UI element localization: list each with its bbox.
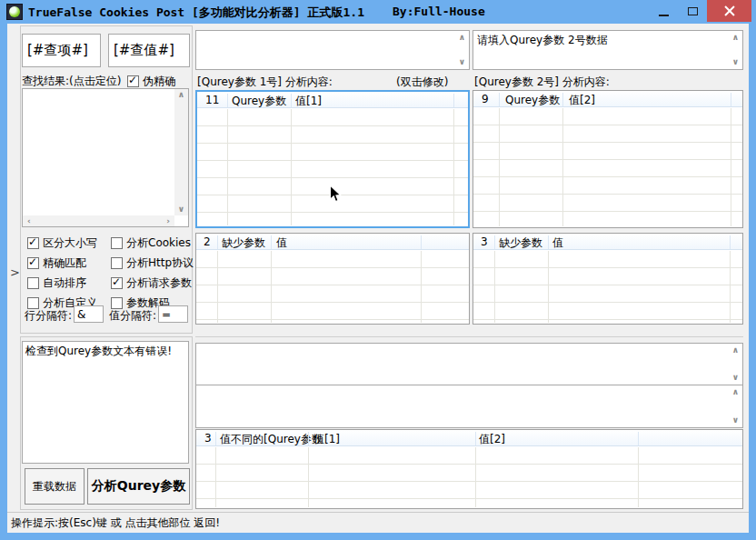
list-grid xyxy=(473,251,742,324)
list-missing1-header[interactable]: 2 缺少参数 值 xyxy=(196,234,469,250)
check-icon: ✓ xyxy=(112,275,121,288)
title-bar[interactable]: TrueFalse Cookies Post [多功能对比分析器] 正式版1.1… xyxy=(0,0,756,24)
line-separator-input[interactable] xyxy=(74,305,104,323)
scroll-down-icon[interactable]: ∨ xyxy=(732,416,739,425)
result1-textarea[interactable] xyxy=(196,344,742,385)
param-column: Qurey参数 xyxy=(232,94,286,109)
minimize-icon xyxy=(659,15,669,16)
query1-textarea[interactable] xyxy=(196,31,469,69)
maximize-icon xyxy=(688,7,698,15)
count-column: 11 xyxy=(205,94,219,106)
close-button[interactable] xyxy=(707,0,751,22)
check-icon: ✓ xyxy=(28,235,37,248)
param-column: 缺少参数 xyxy=(499,235,542,251)
count-column: 2 xyxy=(204,235,211,248)
result1-textbox: ∧ ∨ xyxy=(195,343,743,385)
list-query1-header[interactable]: 11 Qurey参数 值[1] xyxy=(197,92,468,108)
checkbox-case-sensitive[interactable]: ✓ 区分大小写 xyxy=(27,235,97,251)
double-click-hint: (双击修改) xyxy=(396,75,448,90)
status-bar: 操作提示:按(Esc)键 或 点击其他部位 返回! xyxy=(7,512,749,533)
vertical-scrollbar[interactable]: ∧ ∨ xyxy=(174,89,188,215)
query-value-input[interactable] xyxy=(108,34,190,67)
reload-data-button[interactable]: 重载数据 xyxy=(25,468,85,505)
mouse-cursor xyxy=(329,185,342,204)
query1-textbox: ∧ ∨ xyxy=(195,30,470,70)
query-key-input[interactable] xyxy=(22,34,101,67)
panel-expander-icon[interactable]: > xyxy=(10,265,20,279)
app-window: TrueFalse Cookies Post [多功能对比分析器] 正式版1.1… xyxy=(0,0,756,540)
checkbox-auto-sort[interactable]: ✓ 自动排序 xyxy=(27,275,86,291)
search-result-label: 查找结果:(点击定位) xyxy=(22,74,121,89)
main-content: > 查找结果:(点击定位) ✓ 伪精确 ∧ ∨ ‹ › ✓ 区分大小写 ✓ xyxy=(7,24,749,533)
checkbox-label: 伪精确 xyxy=(143,74,175,89)
value-separator-label: 值分隔符: xyxy=(109,308,156,324)
check-icon: ✓ xyxy=(128,74,137,86)
scroll-left-icon[interactable]: ‹ xyxy=(27,217,31,225)
value-column: 值 xyxy=(552,235,563,251)
value-column: 值[1] xyxy=(295,94,322,109)
minimize-button[interactable] xyxy=(651,0,676,22)
checkbox-exact-match[interactable]: ✓ 精确匹配 xyxy=(27,255,86,271)
query2-analysis-label: [Qurey参数 2号] 分析内容: xyxy=(474,75,610,90)
message-item[interactable]: 检查到Qurey参数文本有错误! xyxy=(23,342,188,361)
search-results-list[interactable]: ∧ ∨ ‹ › xyxy=(22,88,189,227)
checkbox-analyze-request-params[interactable]: ✓ 分析请求参数 xyxy=(111,275,192,291)
value1-column: 值[1] xyxy=(313,432,340,447)
scroll-right-icon[interactable]: › xyxy=(166,217,170,225)
list-grid xyxy=(196,251,469,324)
list-query2[interactable]: 9 Qurey参数 值[2] xyxy=(472,90,743,228)
checkbox-box: ✓ xyxy=(27,257,39,269)
count-column: 9 xyxy=(482,93,489,105)
list-missing1[interactable]: 2 缺少参数 值 xyxy=(195,233,470,325)
checkbox-box: ✓ xyxy=(111,277,123,289)
checkbox-analyze-http[interactable]: ✓ 分析Http协议 xyxy=(111,255,194,271)
checkbox-box: ✓ xyxy=(111,237,123,249)
checkbox-box: ✓ xyxy=(27,277,39,289)
list-diff-header[interactable]: 3 值不同的[Qurey参数 值[1] 值[2] xyxy=(196,430,742,446)
list-missing2-header[interactable]: 3 缺少参数 值 xyxy=(473,234,742,250)
window-byline: By:Full-House xyxy=(393,5,485,18)
section-divider xyxy=(195,336,743,337)
checkbox-box: ✓ xyxy=(127,75,139,87)
value-column: 值[2] xyxy=(569,93,595,108)
scroll-down-icon[interactable]: ∨ xyxy=(732,374,739,382)
check-icon: ✓ xyxy=(28,255,37,268)
param-column: Qurey参数 xyxy=(505,93,560,108)
checkbox-label: 分析请求参数 xyxy=(126,275,192,291)
horizontal-scrollbar[interactable]: ‹ › xyxy=(23,215,174,226)
maximize-button[interactable] xyxy=(680,0,705,22)
checkbox-pseudo-exact[interactable]: ✓ 伪精确 xyxy=(127,74,175,89)
line-separator-label: 行分隔符: xyxy=(25,308,72,324)
list-query2-header[interactable]: 9 Qurey参数 值[2] xyxy=(473,91,742,107)
button-label: 重载数据 xyxy=(33,479,76,495)
list-query1[interactable]: 11 Qurey参数 值[1] xyxy=(195,90,470,228)
query2-textarea[interactable]: 请填入Qurey参数 2号数据 xyxy=(473,31,742,69)
value2-column: 值[2] xyxy=(479,432,505,447)
checkbox-analyze-cookies[interactable]: ✓ 分析Cookies xyxy=(111,235,191,251)
button-label: 分析Qurey参数 xyxy=(92,478,185,495)
window-title: TrueFalse Cookies Post [多功能对比分析器] 正式版1.1 xyxy=(28,5,364,21)
list-grid xyxy=(473,108,742,227)
scroll-up-icon[interactable]: ∧ xyxy=(732,346,739,355)
value-separator-input[interactable] xyxy=(158,305,188,323)
scroll-up-icon[interactable]: ∧ xyxy=(732,388,739,396)
analyze-qurey-button[interactable]: 分析Qurey参数 xyxy=(87,468,190,505)
checkbox-box: ✓ xyxy=(27,237,39,249)
result2-textarea[interactable] xyxy=(196,385,742,427)
query1-analysis-label: [Qurey参数 1号] 分析内容: xyxy=(197,75,333,90)
scroll-up-icon[interactable]: ∧ xyxy=(178,91,184,99)
list-grid xyxy=(196,447,742,508)
list-grid xyxy=(197,109,468,226)
list-diff[interactable]: 3 值不同的[Qurey参数 值[1] 值[2] xyxy=(195,429,743,509)
scroll-down-icon[interactable]: ∨ xyxy=(732,58,739,66)
scroll-up-icon[interactable]: ∧ xyxy=(459,34,465,42)
list-missing2[interactable]: 3 缺少参数 值 xyxy=(472,233,743,325)
scroll-up-icon[interactable]: ∧ xyxy=(732,34,739,42)
message-list[interactable]: 检查到Qurey参数文本有错误! xyxy=(22,341,189,464)
checkbox-box: ✓ xyxy=(111,257,123,269)
checkbox-label: 区分大小写 xyxy=(43,235,97,251)
scroll-down-icon[interactable]: ∨ xyxy=(178,205,184,214)
app-icon xyxy=(6,4,23,20)
param-column: 缺少参数 xyxy=(222,235,265,251)
scroll-down-icon[interactable]: ∨ xyxy=(459,58,465,66)
